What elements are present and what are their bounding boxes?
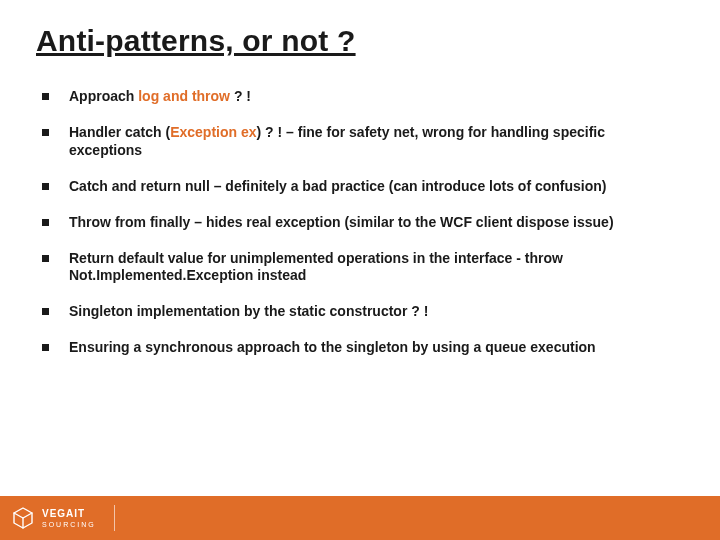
highlight: log and throw: [138, 88, 230, 104]
list-item-text: Return default value for unimplemented o…: [69, 250, 678, 286]
list-item: Ensuring a synchronous approach to the s…: [42, 339, 678, 357]
bullet-marker-icon: [42, 129, 49, 136]
logo-text: VEGAIT SOURCING: [42, 509, 96, 528]
highlight: Exception ex: [170, 124, 256, 140]
list-item-text: Catch and return null – definitely a bad…: [69, 178, 678, 196]
bullet-list: Approach log and throw ? ! Handler catch…: [0, 58, 720, 357]
list-item-text: Singleton implementation by the static c…: [69, 303, 678, 321]
footer-bar: VEGAIT SOURCING: [0, 496, 720, 540]
list-item: Handler catch (Exception ex) ? ! – fine …: [42, 124, 678, 160]
bullet-marker-icon: [42, 219, 49, 226]
list-item: Approach log and throw ? !: [42, 88, 678, 106]
list-item-text: Ensuring a synchronous approach to the s…: [69, 339, 678, 357]
list-item: Return default value for unimplemented o…: [42, 250, 678, 286]
list-item: Catch and return null – definitely a bad…: [42, 178, 678, 196]
brand-mark-icon: [10, 505, 36, 531]
list-item: Throw from finally – hides real exceptio…: [42, 214, 678, 232]
slide: Anti-patterns, or not ? Approach log and…: [0, 0, 720, 540]
logo: VEGAIT SOURCING: [0, 505, 96, 531]
bullet-marker-icon: [42, 183, 49, 190]
list-item: Singleton implementation by the static c…: [42, 303, 678, 321]
logo-line1: VEGAIT: [42, 509, 96, 519]
list-item-text: Approach log and throw ? !: [69, 88, 678, 106]
bullet-marker-icon: [42, 255, 49, 262]
bullet-marker-icon: [42, 308, 49, 315]
logo-line2: SOURCING: [42, 521, 96, 528]
list-item-text: Throw from finally – hides real exceptio…: [69, 214, 678, 232]
footer-divider: [114, 505, 115, 531]
bullet-marker-icon: [42, 93, 49, 100]
bullet-marker-icon: [42, 344, 49, 351]
list-item-text: Handler catch (Exception ex) ? ! – fine …: [69, 124, 678, 160]
slide-title: Anti-patterns, or not ?: [0, 0, 720, 58]
